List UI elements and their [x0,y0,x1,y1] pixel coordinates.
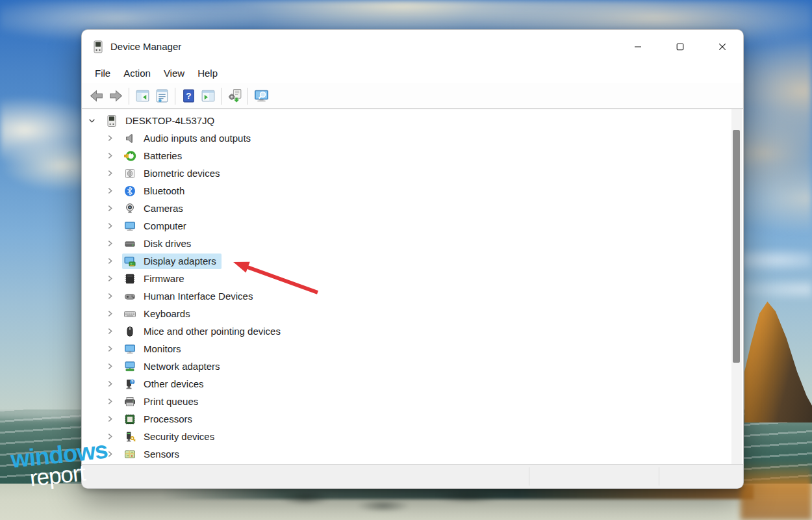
help-button[interactable]: ? [179,86,198,106]
tree-item-audio-inputs-and-outputs[interactable]: Audio inputs and outputs [82,129,730,147]
tree-item-security-devices[interactable]: Security devices [82,428,730,445]
tree-item-processors[interactable]: Processors [82,410,730,428]
menu-help[interactable]: Help [191,65,224,82]
row-body[interactable]: Computer [122,218,192,234]
chevron-right-icon[interactable] [105,204,114,213]
sensor-icon [123,448,136,461]
chevron-right-icon[interactable] [105,274,114,283]
chevron-right-icon[interactable] [105,344,114,354]
tree-item-sensors[interactable]: Sensors [82,445,730,463]
row-body[interactable]: Sensors [122,447,184,462]
row-body[interactable]: Security devices [122,429,220,445]
selected-row-highlight[interactable]: Display adapters [122,254,222,269]
console-tree-icon [134,88,151,104]
back-button[interactable] [86,86,106,106]
chevron-right-icon[interactable] [105,292,114,301]
row-body[interactable]: Audio inputs and outputs [122,131,256,146]
row-body[interactable]: Network adapters [122,359,225,374]
chevron-right-icon[interactable] [105,134,114,143]
properties-button[interactable] [152,86,171,106]
row-body[interactable]: DESKTOP-4L537JQ [104,113,220,129]
scan-computer-button[interactable] [251,86,271,106]
menu-view[interactable]: View [157,65,191,82]
tree-item-biometric-devices[interactable]: Biometric devices [82,164,730,182]
chevron-right-icon[interactable] [105,380,114,389]
tree-item-print-queues[interactable]: Print queues [82,393,730,410]
chevron-right-icon[interactable] [105,239,114,248]
printer-icon [123,395,136,408]
chevron-right-icon[interactable] [105,187,114,196]
tree-item-label: Other devices [144,378,204,389]
monitor-icon [123,343,136,356]
audio-device-icon [123,132,136,145]
device-manager-icon [92,40,105,54]
tree-item-cameras[interactable]: Cameras [82,200,730,217]
tree-item-display-adapters[interactable]: Display adapters [82,252,730,270]
forward-button[interactable] [106,86,125,106]
tree-item-computer[interactable]: Computer [82,217,730,235]
forward-icon [108,88,124,104]
tree-item-disk-drives[interactable]: Disk drives [82,235,730,252]
row-body[interactable]: Batteries [122,148,187,164]
tree-item-label: Network adapters [144,361,220,372]
window-title: Device Manager [110,41,181,52]
minimize-button[interactable] [616,30,659,63]
titlebar[interactable]: Device Manager [82,30,743,63]
chevron-right-icon[interactable] [105,432,114,441]
toolbar-separator [129,88,129,105]
chevron-right-icon[interactable] [105,151,114,161]
minimize-icon [634,43,642,51]
chevron-right-icon[interactable] [105,222,114,231]
tree-item-keyboards[interactable]: Keyboards [82,305,730,322]
scrollbar-thumb[interactable] [733,130,740,363]
row-body[interactable]: ?Other devices [122,376,209,392]
row-body[interactable]: Biometric devices [122,166,225,181]
row-body[interactable]: Bluetooth [122,183,190,199]
menu-file[interactable]: File [88,65,117,82]
tree-item-desktop-4l537jq[interactable]: DESKTOP-4L537JQ [82,112,730,129]
status-separator [529,467,529,486]
row-body[interactable]: Mice and other pointing devices [122,324,286,339]
maximize-button[interactable] [659,30,701,63]
vertical-scrollbar[interactable] [731,109,742,464]
scan-for-hardware-changes-button[interactable] [225,86,244,106]
tree-item-human-interface-devices[interactable]: Human Interface Devices [82,287,730,305]
row-body[interactable]: Disk drives [122,236,196,252]
chevron-right-icon[interactable] [105,397,114,406]
chevron-right-icon[interactable] [105,309,114,318]
tree-item-other-devices[interactable]: ?Other devices [82,375,730,393]
camera-icon [123,202,136,215]
chevron-right-icon[interactable] [105,415,114,424]
toolbar-separator [175,88,175,105]
tree-item-label: Bluetooth [144,185,184,196]
tree-item-mice-and-other-pointing-devices[interactable]: Mice and other pointing devices [82,322,730,340]
show-hide-action-pane-button[interactable] [198,86,218,106]
chevron-right-icon[interactable] [105,257,114,266]
tree-item-firmware[interactable]: Firmware [82,270,730,287]
desktop: Device Manager FileActionViewHelp ? DESK… [0,0,812,520]
close-button[interactable] [701,30,743,63]
tree-item-label: Processors [144,413,192,424]
row-body[interactable]: Cameras [122,201,188,216]
row-body[interactable]: Keyboards [122,306,196,322]
tree-item-monitors[interactable]: Monitors [82,340,730,358]
chevron-right-icon[interactable] [105,169,114,178]
row-body[interactable]: Monitors [122,341,186,357]
chevron-down-icon[interactable] [87,116,96,125]
row-body[interactable]: Print queues [122,394,203,410]
menu-action[interactable]: Action [117,65,157,82]
tree-item-network-adapters[interactable]: Network adapters [82,358,730,375]
toolbar-separator [221,88,222,105]
tree-item-bluetooth[interactable]: Bluetooth [82,182,730,200]
show-hide-console-tree-button[interactable] [133,86,152,106]
chevron-right-icon[interactable] [105,362,114,371]
row-body[interactable]: Processors [122,411,197,427]
row-body[interactable]: Human Interface Devices [122,289,258,304]
row-body[interactable]: Firmware [122,271,190,287]
tree-item-label: Sensors [144,448,179,460]
tree-item-batteries[interactable]: Batteries [82,147,730,164]
chevron-right-icon[interactable] [105,450,114,459]
chevron-right-icon[interactable] [105,327,114,336]
battery-icon [123,150,136,162]
mouse-icon [123,325,136,338]
